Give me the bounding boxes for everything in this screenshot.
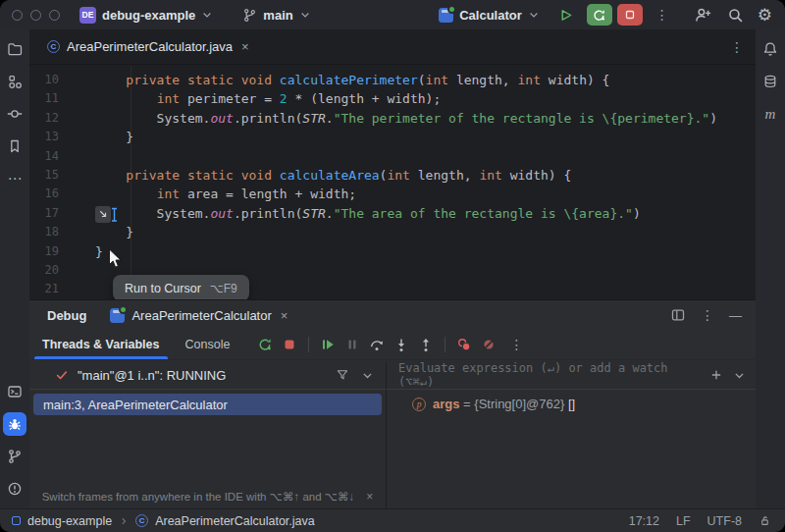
step-out-icon[interactable] xyxy=(416,335,436,354)
evaluate-expression-row[interactable]: Evaluate expression (↵) or add a watch (… xyxy=(387,361,756,390)
mouse-cursor xyxy=(108,248,124,270)
pause-icon[interactable] xyxy=(342,335,362,354)
terminal-icon[interactable] xyxy=(3,380,26,403)
stop-process-icon[interactable] xyxy=(280,335,299,354)
run-to-cursor-gutter-icon[interactable] xyxy=(95,206,111,223)
tab-threads-variables[interactable]: Threads & Variables xyxy=(34,330,168,359)
code-line[interactable]: 10 private static void calculatePerimete… xyxy=(29,71,756,89)
branch-widget[interactable]: main xyxy=(242,8,310,23)
code-line[interactable]: 18 } xyxy=(29,223,756,241)
toolbar-more-icon[interactable]: ⋮ xyxy=(509,338,523,351)
debug-panel: Debug AreaPerimeterCalculator × ⋮ — Thre… xyxy=(29,299,756,508)
line-number: 14 xyxy=(29,147,59,166)
project-widget[interactable]: DE debug-example xyxy=(79,7,213,24)
code-line[interactable]: 17 System.out.println(STR."The area of t… xyxy=(29,204,756,223)
close-tab-icon[interactable]: × xyxy=(241,40,249,53)
caret-position[interactable]: 17:12 xyxy=(629,514,659,528)
tab-console[interactable]: Console xyxy=(178,330,238,359)
line-number: 17 xyxy=(29,204,59,223)
variables-pane: Evaluate expression (↵) or add a watch (… xyxy=(387,361,756,508)
resume-icon[interactable] xyxy=(318,335,338,354)
code-line[interactable]: 11 int perimeter = 2 * (length + width); xyxy=(29,89,756,108)
unlocked-icon[interactable] xyxy=(759,514,771,527)
debug-tool-window-icon[interactable] xyxy=(3,412,26,436)
code-line[interactable]: 13 } xyxy=(29,128,756,146)
code-text: private static void calculateArea(int le… xyxy=(95,166,571,185)
java-class-icon: C xyxy=(47,40,60,53)
maven-icon[interactable]: m xyxy=(759,102,782,126)
debug-panel-header: Debug AreaPerimeterCalculator × ⋮ — xyxy=(29,300,756,330)
debug-toolbar: Threads & Variables Console xyxy=(29,330,756,360)
notifications-bell-icon[interactable] xyxy=(759,37,782,61)
stack-frame-row-selected[interactable]: main:3, AreaPerimeterCalculator xyxy=(33,394,382,415)
variable-row-args[interactable]: p args = {String[0]@762} [] xyxy=(387,397,756,411)
run-button[interactable] xyxy=(553,4,579,26)
rerun-icon[interactable] xyxy=(255,335,275,354)
code-text: System.out.println(STR."The perimeter of… xyxy=(95,109,717,128)
debug-session-tab[interactable]: AreaPerimeterCalculator × xyxy=(110,308,288,323)
stop-button[interactable] xyxy=(617,4,643,26)
mute-breakpoints-icon[interactable] xyxy=(479,335,498,354)
line-number: 19 xyxy=(29,242,59,261)
add-user-icon[interactable] xyxy=(695,7,711,24)
file-encoding[interactable]: UTF-8 xyxy=(707,514,742,528)
project-folder-icon[interactable] xyxy=(3,37,26,61)
chevron-right-icon xyxy=(119,516,129,526)
search-icon[interactable] xyxy=(727,7,744,24)
more-tool-windows-icon[interactable]: ⋯ xyxy=(3,167,26,190)
thread-selector-row[interactable]: "main"@1 i..n": RUNNING xyxy=(29,361,386,390)
run-config-app-icon xyxy=(439,8,453,23)
line-number: 13 xyxy=(29,128,59,146)
editor-options-icon[interactable]: ⋮ xyxy=(730,40,744,54)
structure-icon[interactable] xyxy=(3,70,26,93)
rerun-debug-button[interactable] xyxy=(587,4,612,26)
run-config-name: Calculator xyxy=(459,8,522,23)
run-config-widget[interactable]: Calculator xyxy=(439,8,540,23)
commit-icon[interactable] xyxy=(3,102,26,126)
settings-gear-icon[interactable]: ⚙ xyxy=(758,7,772,24)
line-number: 11 xyxy=(29,89,59,108)
code-line[interactable]: 19} xyxy=(29,242,756,261)
editor-tab[interactable]: C AreaPerimeterCalculator.java × xyxy=(29,29,261,64)
database-icon[interactable] xyxy=(759,70,782,93)
git-branch-icon xyxy=(242,8,257,23)
layout-settings-icon[interactable] xyxy=(670,307,686,323)
vcs-icon[interactable] xyxy=(3,445,26,468)
breadcrumb-project[interactable]: debug-example xyxy=(27,514,112,528)
frames-pane: "main"@1 i..n": RUNNING main:3, AreaPeri… xyxy=(29,361,386,508)
close-session-icon[interactable]: × xyxy=(281,309,288,322)
window-controls xyxy=(0,10,60,21)
debug-options-icon[interactable]: ⋮ xyxy=(701,308,714,322)
line-number: 16 xyxy=(29,185,59,203)
add-watch-icon[interactable] xyxy=(709,368,723,382)
code-line[interactable]: 12 System.out.println(STR."The perimeter… xyxy=(29,109,756,128)
line-ending[interactable]: LF xyxy=(676,514,691,528)
problems-icon[interactable] xyxy=(3,477,26,501)
java-class-icon: C xyxy=(135,514,148,527)
code-line[interactable]: 16 int area = length + width; xyxy=(29,185,756,203)
step-into-icon[interactable] xyxy=(392,335,411,354)
code-text: } xyxy=(95,128,133,146)
ide-window: DE debug-example main Calculator xyxy=(0,0,785,532)
debug-panel-title: Debug xyxy=(47,308,86,323)
minimize-window-button[interactable] xyxy=(30,10,41,21)
hide-panel-icon[interactable]: — xyxy=(729,308,742,323)
code-line[interactable]: 15 private static void calculateArea(int… xyxy=(29,166,756,185)
code-area[interactable]: 10 private static void calculatePerimete… xyxy=(29,66,756,299)
line-number: 21 xyxy=(29,280,59,298)
line-number: 20 xyxy=(29,261,59,280)
filter-icon[interactable] xyxy=(336,368,349,382)
status-bar: debug-example C AreaPerimeterCalculator.… xyxy=(0,508,785,532)
breadcrumb-file[interactable]: AreaPerimeterCalculator.java xyxy=(155,514,315,528)
code-line[interactable]: 14 xyxy=(29,147,756,166)
close-window-button[interactable] xyxy=(12,10,23,21)
step-over-icon[interactable] xyxy=(367,335,387,354)
dismiss-hint-icon[interactable]: × xyxy=(366,490,373,504)
bookmarks-icon[interactable] xyxy=(3,134,26,158)
chevron-down-icon[interactable] xyxy=(733,369,746,382)
more-actions-button[interactable]: ⋮ xyxy=(655,8,669,22)
view-breakpoints-icon[interactable] xyxy=(454,335,474,354)
chevron-down-icon[interactable] xyxy=(361,369,374,382)
text-caret xyxy=(111,207,119,223)
zoom-window-button[interactable] xyxy=(49,10,60,21)
